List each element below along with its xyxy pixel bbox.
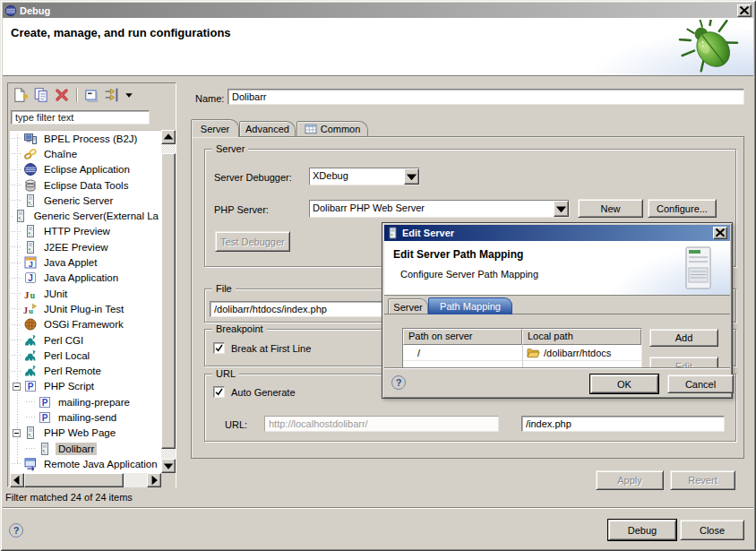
url-path-input[interactable]	[521, 416, 725, 432]
bottom-separator	[3, 507, 753, 509]
tree-item-label: Generic Server(External La	[31, 210, 161, 222]
scroll-down-icon[interactable]	[161, 459, 176, 473]
path-mapping-table: Path on server Local path //dolibarr/htd…	[402, 328, 642, 370]
tree-horizontal-scrollbar[interactable]	[10, 473, 161, 487]
tree-item-label: PHP Script	[41, 380, 97, 392]
server-icon	[23, 240, 38, 254]
tree-item-junit[interactable]: JuJUnit	[10, 286, 161, 301]
tree-item-remote-java-application[interactable]: Remote Java Application	[10, 456, 161, 471]
scroll-up-icon[interactable]	[161, 130, 176, 144]
scroll-left-icon[interactable]	[10, 473, 24, 487]
column-path-on-server[interactable]: Path on server	[403, 329, 522, 345]
tree-vertical-scrollbar[interactable]	[161, 130, 176, 473]
apply-button: Apply	[596, 470, 664, 490]
cancel-button[interactable]: Cancel	[667, 375, 734, 393]
toolbar-separator	[76, 88, 77, 102]
tree-item-label: Perl Local	[41, 349, 92, 362]
tree-item-http-preview[interactable]: HTTP Preview	[10, 224, 161, 239]
tree-item-mailing-send[interactable]: Pmailing-send	[10, 409, 161, 425]
column-local-path[interactable]: Local path	[522, 329, 641, 345]
tree-item-eclipse-application[interactable]: Eclipse Application	[10, 162, 161, 177]
tree-expander-icon[interactable]	[13, 383, 21, 391]
tree-item-mailing-prepare[interactable]: Pmailing-prepare	[10, 394, 161, 409]
dialog-tab-path-mapping[interactable]: Path Mapping	[428, 297, 512, 314]
new-server-button[interactable]: New	[578, 199, 643, 218]
tree-item-label: Eclipse Data Tools	[41, 179, 131, 192]
debug-button[interactable]: Debug	[608, 520, 676, 540]
camel-icon	[23, 333, 38, 348]
svg-text:J: J	[23, 306, 28, 315]
ok-button[interactable]: OK	[590, 375, 658, 393]
tree-item-label: Java Applet	[41, 256, 99, 269]
break-first-line-checkbox[interactable]	[213, 342, 225, 354]
tree-item-label: Perl Remote	[41, 365, 104, 377]
path-mapping-row[interactable]: //dolibarr/htdocs	[403, 345, 641, 361]
tree-item-generic-server-external-la[interactable]: Generic Server(External La	[10, 208, 161, 223]
filter-input[interactable]	[11, 110, 150, 125]
tab-common[interactable]: Common	[296, 121, 368, 136]
add-mapping-button[interactable]: Add	[649, 329, 718, 347]
edit-server-heading: Edit Server Path Mapping	[393, 248, 523, 261]
help-icon[interactable]: ?	[9, 523, 23, 538]
name-input[interactable]	[228, 89, 744, 105]
configure-server-button[interactable]: Configure...	[648, 199, 717, 218]
edit-server-header: Edit Server Path Mapping Configure Serve…	[384, 241, 730, 296]
tree-item-perl-cgi[interactable]: Perl CGI	[10, 332, 161, 348]
tree-item-dolibarr[interactable]: Dolibarr	[10, 441, 161, 456]
combo-arrow-icon[interactable]	[554, 201, 569, 217]
tab-server[interactable]: Server	[191, 119, 239, 137]
scroll-right-icon[interactable]	[147, 473, 161, 487]
breakpoint-group-legend: Breakpoint	[212, 323, 267, 334]
tree-expander-icon[interactable]	[13, 429, 21, 437]
delete-configuration-button[interactable]	[54, 87, 70, 103]
tree-item-java-applet[interactable]: JJava Applet	[10, 254, 161, 270]
database-icon	[23, 178, 38, 193]
page-title: Create, manage, and run configurations	[11, 26, 231, 39]
tree-item-osgi-framework[interactable]: OSGi Framework	[10, 317, 161, 332]
break-first-line-label: Break at First Line	[231, 343, 311, 354]
window-close-button[interactable]	[737, 4, 752, 17]
server-debugger-combo[interactable]: XDebug	[309, 168, 420, 185]
php-server-label: PHP Server:	[214, 204, 269, 215]
name-label: Name:	[195, 93, 224, 104]
edit-server-close-button[interactable]	[713, 227, 727, 239]
local-path-cell: /dolibarr/htdocs	[522, 345, 641, 360]
camel-icon	[23, 349, 38, 363]
filter-button[interactable]	[104, 87, 120, 103]
php-server-combo[interactable]: Dolibarr PHP Web Server	[309, 200, 570, 218]
combo-arrow-icon[interactable]	[404, 168, 419, 185]
tree-item-php-script[interactable]: PPHP Script	[10, 379, 161, 394]
file-group-legend: File	[212, 283, 236, 294]
tree-item-perl-remote[interactable]: Perl Remote	[10, 363, 161, 378]
tree-item-label: mailing-send	[56, 411, 119, 424]
tree-item-eclipse-data-tools[interactable]: Eclipse Data Tools	[10, 177, 161, 193]
tree-item-generic-server[interactable]: Generic Server	[10, 193, 161, 208]
remote-java-icon	[23, 457, 38, 471]
tree-item-junit-plug-in-test[interactable]: JuJUnit Plug-in Test	[10, 301, 161, 316]
duplicate-configuration-button[interactable]	[33, 87, 49, 103]
collapse-all-button[interactable]	[83, 87, 99, 103]
close-button[interactable]: Close	[680, 520, 744, 540]
new-configuration-button[interactable]	[13, 87, 29, 103]
dialog-tab-server[interactable]: Server	[388, 298, 428, 314]
tree-item-label: Java Application	[41, 271, 121, 284]
path-on-server-cell: /	[403, 345, 522, 360]
tree-item-perl-local[interactable]: Perl Local	[10, 348, 161, 363]
server-icon	[387, 227, 399, 239]
tree-item-bpel-process-b2j[interactable]: BPEL Process (B2J)	[10, 131, 161, 146]
path-mapping-table-body: //dolibarr/htdocs	[403, 345, 641, 361]
url-group-legend: URL	[212, 368, 239, 379]
auto-generate-checkbox[interactable]	[213, 386, 225, 398]
filter-menu-arrow-icon[interactable]	[125, 87, 133, 103]
tree-item-cha-ne[interactable]: Chaîne	[10, 146, 161, 161]
tree-item-label: J2EE Preview	[41, 241, 111, 254]
tree-item-java-application[interactable]: JJava Application	[10, 271, 161, 286]
tree-item-label: Perl CGI	[41, 334, 86, 347]
vertical-scroll-thumb[interactable]	[161, 153, 176, 449]
dialog-help-icon[interactable]: ?	[391, 375, 406, 390]
configurations-toolbar	[8, 83, 176, 107]
tree-item-php-web-page[interactable]: PHP Web Page	[10, 426, 161, 441]
horizontal-scroll-thumb[interactable]	[24, 473, 124, 487]
tree-item-j2ee-preview[interactable]: J2EE Preview	[10, 239, 161, 254]
tab-advanced[interactable]: Advanced	[239, 121, 296, 136]
